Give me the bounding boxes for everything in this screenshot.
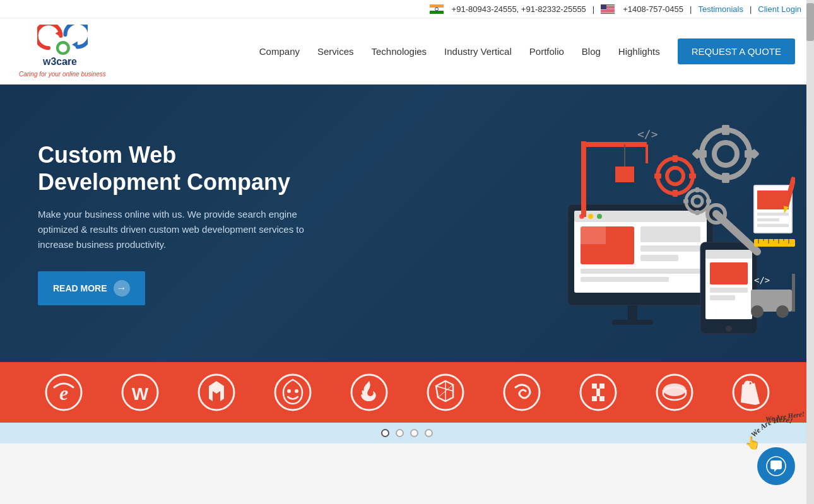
hero-section: Custom Web Development Company Make your… [0,85,814,362]
tech-icon-joomla [576,373,620,411]
tech-icon-magento [194,373,239,411]
read-more-label: READ MORE [53,283,107,293]
svg-rect-54 [673,190,678,197]
svg-rect-11 [601,9,615,10]
india-flag-icon [430,4,445,14]
nav-blog[interactable]: Blog [582,46,601,57]
arrow-icon: → [114,280,130,296]
svg-rect-12 [601,10,615,11]
slider-dot-2[interactable] [396,429,404,437]
svg-rect-89 [792,274,795,312]
hero-title: Custom Web Development Company [38,141,316,196]
svg-rect-0 [430,4,444,8]
nav-highlights[interactable]: Highlights [618,46,660,57]
svg-rect-24 [574,211,707,222]
svg-rect-1 [430,8,444,11]
svg-point-58 [692,196,702,206]
svg-text:®: ® [65,61,69,65]
nav-company[interactable]: Company [259,46,300,57]
bottom-area [0,443,814,504]
svg-text:W: W [131,384,148,404]
svg-text:e: e [59,382,68,404]
svg-rect-40 [710,288,748,293]
chat-icon [766,456,786,476]
svg-rect-55 [654,173,661,179]
svg-rect-35 [612,320,653,325]
slider-dots [0,423,814,443]
svg-point-88 [776,305,789,318]
svg-rect-53 [673,155,678,162]
logo-tagline: Caring for your online business [19,71,106,78]
svg-point-101 [295,389,298,393]
svg-rect-29 [640,226,700,242]
svg-rect-38 [705,250,752,259]
tech-icon-codeigniter [347,373,391,411]
svg-point-104 [504,375,540,410]
nav-technologies[interactable]: Technologies [372,46,427,57]
svg-text:</>: </> [754,275,770,285]
svg-point-26 [588,214,593,219]
svg-rect-106 [596,389,600,396]
slider-dot-1[interactable] [381,429,389,437]
scrollbar-thumb[interactable] [806,3,814,41]
nav-services[interactable]: Services [317,46,354,57]
svg-point-52 [667,168,683,184]
top-bar: +91-80943-24555, +91-82332-25555 | +1408… [0,0,814,18]
request-quote-button[interactable]: REQUEST A QUOTE [678,38,795,64]
read-more-button[interactable]: READ MORE → [38,271,145,305]
slider-dot-4[interactable] [425,429,433,437]
svg-rect-13 [601,11,615,11]
svg-rect-59 [695,187,699,192]
hero-content: Custom Web Development Company Make your… [0,116,353,331]
svg-rect-41 [710,295,735,300]
tech-icon-expressionengine: e [42,373,86,411]
tech-icon-symfony [500,373,544,411]
main-nav: Company Services Technologies Industry V… [259,38,795,64]
tech-icon-laravel [423,373,468,411]
svg-rect-34 [628,305,637,321]
svg-rect-15 [601,13,615,13]
svg-point-102 [351,375,387,410]
web-dev-illustration: </> </> [530,103,795,343]
testimonials-link[interactable]: Testimonials [698,4,743,14]
separator-2: | [690,4,692,14]
svg-rect-62 [706,199,711,203]
svg-point-100 [287,389,291,393]
us-flag-icon [601,4,616,14]
svg-rect-31 [640,255,678,261]
svg-rect-39 [710,262,748,284]
svg-point-19 [57,42,69,54]
tech-icon-wordpress: W [118,373,162,411]
svg-rect-32 [581,269,700,274]
nav-industry-vertical[interactable]: Industry Vertical [444,46,512,57]
us-phone: +1408-757-0455 [623,4,683,14]
svg-rect-75 [757,224,789,227]
svg-rect-16 [601,4,606,9]
we-are-here-button[interactable] [757,447,795,485]
svg-point-42 [726,325,732,332]
separator-1: | [593,4,594,14]
tech-icon-drupal [271,373,315,411]
svg-marker-18 [72,42,78,49]
svg-rect-74 [757,218,779,221]
svg-rect-73 [757,213,789,216]
svg-rect-61 [683,199,688,203]
svg-text:</>: </> [637,127,658,141]
svg-rect-69 [615,167,634,182]
nav-portfolio[interactable]: Portfolio [529,46,564,57]
tech-strip: e W [0,362,814,423]
slider-dot-3[interactable] [410,429,418,437]
tech-icon-cakephp [652,373,697,411]
client-login-link[interactable]: Client Login [758,4,801,14]
svg-rect-45 [722,125,729,135]
svg-text:w3care: w3care [42,56,77,67]
svg-rect-2 [430,11,444,14]
header: w3care ® Caring for your online business… [0,18,814,85]
logo-area: w3care ® Caring for your online business [19,25,106,78]
separator-3: | [750,4,752,14]
svg-point-87 [751,305,764,318]
svg-rect-46 [722,173,729,183]
hero-illustration: </> </> [530,103,795,343]
svg-rect-30 [640,245,700,252]
pointer-icon: 👆 [745,435,760,450]
